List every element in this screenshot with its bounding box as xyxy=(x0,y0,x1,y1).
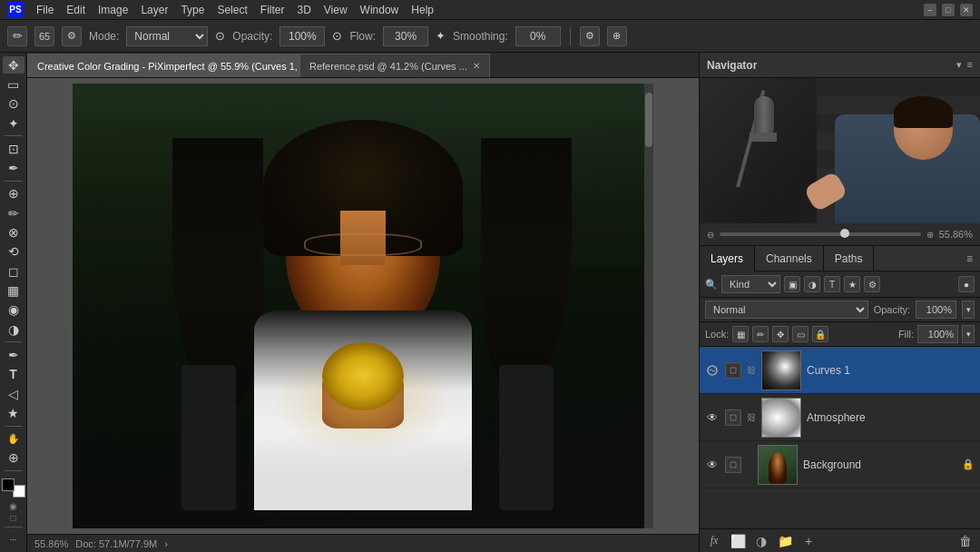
canvas-scrollbar-v[interactable] xyxy=(644,84,653,528)
layer-row-curves1[interactable]: ⛓ Curves 1 xyxy=(700,347,980,394)
layer-row-background[interactable]: 👁 Background 🔒 xyxy=(700,441,980,488)
layers-panel-menu[interactable]: ≡ xyxy=(959,252,980,265)
gradient-tool[interactable] xyxy=(3,281,24,299)
brush-size-indicator[interactable]: 65 xyxy=(34,26,54,46)
smoothing-options-icon[interactable]: ⚙ xyxy=(580,26,600,46)
filter-dot-btn[interactable]: ● xyxy=(958,276,975,292)
layer-new-button[interactable]: + xyxy=(799,532,818,550)
pen-tool[interactable] xyxy=(3,346,24,363)
menu-layer[interactable]: Layer xyxy=(141,4,168,16)
fill-value-input[interactable] xyxy=(917,325,958,343)
menu-help[interactable]: Help xyxy=(411,4,434,16)
opacity-pressure-icon[interactable]: ⊙ xyxy=(332,29,342,43)
type-tool[interactable] xyxy=(3,366,24,383)
hand-tool[interactable] xyxy=(3,429,24,447)
curves1-smart-icon[interactable] xyxy=(705,364,720,377)
foreground-color-swatch[interactable] xyxy=(2,478,15,491)
lasso-tool[interactable] xyxy=(3,95,24,113)
background-color-swatch[interactable] xyxy=(13,485,25,498)
filter-shape-btn[interactable]: ★ xyxy=(844,276,860,292)
tab-paths[interactable]: Paths xyxy=(824,246,875,271)
layer-delete-button[interactable]: 🗑 xyxy=(956,532,975,550)
lock-pixels-btn[interactable]: ✏ xyxy=(752,326,769,342)
navigator-zoom-thumb[interactable] xyxy=(840,229,849,238)
brush-settings-icon[interactable]: ⚙ xyxy=(62,26,82,46)
atmosphere-visibility-icon[interactable]: 👁 xyxy=(705,410,720,425)
navigator-collapse-btn[interactable]: ▾ xyxy=(956,59,962,71)
path-select-tool[interactable] xyxy=(3,385,24,402)
quick-mask-btn[interactable]: ◉ xyxy=(9,501,17,511)
atmosphere-chain-icon[interactable]: ⛓ xyxy=(747,412,756,422)
blend-mode-select[interactable]: Normal xyxy=(705,301,868,319)
clone-tool[interactable] xyxy=(3,223,24,241)
navigator-zoom-slider[interactable] xyxy=(720,232,921,236)
maximize-button[interactable]: □ xyxy=(942,4,955,16)
tab-reference-close[interactable]: ✕ xyxy=(473,61,480,71)
canvas-scrollbar-thumb-v[interactable] xyxy=(645,93,652,147)
menu-3d[interactable]: 3D xyxy=(297,4,310,16)
layer-row-atmosphere[interactable]: 👁 ⛓ Atmosphere xyxy=(700,394,980,441)
mode-pressure-icon[interactable]: ⊙ xyxy=(215,29,225,43)
menu-select[interactable]: Select xyxy=(217,4,247,16)
extras-btn[interactable]: ··· xyxy=(3,531,24,548)
history-brush-tool[interactable]: ⟲ xyxy=(3,243,24,261)
move-tool[interactable] xyxy=(3,56,24,74)
curves1-chain-icon[interactable]: ⛓ xyxy=(747,365,756,375)
brush-tool-icon[interactable]: ✏ xyxy=(7,26,27,46)
airbrush-icon[interactable]: ✦ xyxy=(436,29,446,43)
blur-tool[interactable] xyxy=(3,301,24,319)
opacity-input[interactable] xyxy=(279,26,325,46)
tab-layers[interactable]: Layers xyxy=(700,246,755,271)
symmetry-icon[interactable]: ⊕ xyxy=(607,26,627,46)
layer-adjustment-button[interactable]: ◑ xyxy=(752,532,770,550)
menu-file[interactable]: File xyxy=(36,4,54,16)
canvas-wrapper[interactable] xyxy=(27,78,699,534)
dodge-tool[interactable] xyxy=(3,320,24,338)
tab-main[interactable]: Creative Color Grading - PiXimperfect @ … xyxy=(27,54,299,77)
navigator-menu-btn[interactable]: ≡ xyxy=(967,59,973,71)
layer-group-button[interactable]: 📁 xyxy=(776,532,794,550)
crop-tool[interactable] xyxy=(3,140,24,157)
rect-select-tool[interactable] xyxy=(3,75,24,93)
layer-mask-button[interactable]: ⬜ xyxy=(729,532,747,550)
close-button[interactable]: ✕ xyxy=(960,4,973,16)
lock-artboard-btn[interactable]: ▭ xyxy=(792,326,808,342)
smoothing-input[interactable] xyxy=(515,26,561,46)
layers-filter-select[interactable]: Kind xyxy=(721,275,780,293)
lock-position-btn[interactable]: ✥ xyxy=(772,326,789,342)
fill-dropdown-arrow[interactable]: ▾ xyxy=(962,325,975,343)
wand-tool[interactable] xyxy=(3,114,24,132)
menu-edit[interactable]: Edit xyxy=(66,4,85,16)
menu-window[interactable]: Window xyxy=(360,4,399,16)
tab-channels[interactable]: Channels xyxy=(755,246,824,271)
menu-image[interactable]: Image xyxy=(98,4,128,16)
layer-fx-button[interactable]: fx xyxy=(705,532,723,550)
eyedropper-tool[interactable] xyxy=(3,160,24,177)
nav-zoom-in-icon[interactable]: ⊕ xyxy=(926,230,934,240)
filter-smart-btn[interactable]: ⚙ xyxy=(864,276,880,292)
menu-view[interactable]: View xyxy=(324,4,348,16)
background-visibility-icon[interactable]: 👁 xyxy=(705,458,720,472)
brush-tool[interactable] xyxy=(3,204,24,222)
lock-all-btn[interactable]: 🔒 xyxy=(812,326,828,342)
menu-type[interactable]: Type xyxy=(181,4,204,16)
filter-adj-btn[interactable]: ◑ xyxy=(804,276,820,292)
filter-type-btn[interactable]: T xyxy=(824,276,840,292)
tab-reference[interactable]: Reference.psd @ 41.2% (Curves ... ✕ xyxy=(299,54,490,77)
lock-transparent-btn[interactable]: ▦ xyxy=(732,326,749,342)
canvas-status-arrow[interactable]: › xyxy=(164,538,168,549)
nav-zoom-out-icon[interactable]: ⊖ xyxy=(707,230,714,240)
mode-select[interactable]: Normal xyxy=(126,26,208,46)
heal-tool[interactable] xyxy=(3,185,24,202)
filter-pixel-btn[interactable]: ▣ xyxy=(784,276,800,292)
shape-tool[interactable] xyxy=(3,404,24,421)
opacity-value-input[interactable] xyxy=(916,301,956,319)
opacity-dropdown-arrow[interactable]: ▾ xyxy=(962,301,975,319)
color-swatch-area[interactable] xyxy=(2,478,25,498)
screen-mode-btn[interactable]: □ xyxy=(10,513,15,523)
flow-input[interactable] xyxy=(383,26,428,46)
zoom-tool[interactable] xyxy=(3,449,24,467)
eraser-tool[interactable] xyxy=(3,262,24,280)
menu-filter[interactable]: Filter xyxy=(260,4,285,16)
minimize-button[interactable]: – xyxy=(924,4,936,16)
